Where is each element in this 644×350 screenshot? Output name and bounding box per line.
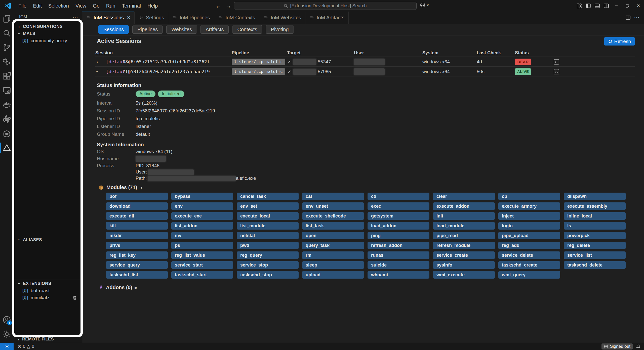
module-button[interactable]: sysinfo — [433, 261, 495, 269]
module-button[interactable]: execute_addon — [433, 202, 495, 210]
module-button[interactable]: service_query — [106, 261, 168, 269]
module-button[interactable]: service_list — [564, 251, 626, 259]
module-button[interactable]: reg_delete — [564, 242, 626, 249]
module-button[interactable]: mv — [171, 232, 233, 239]
module-button[interactable]: netstat — [237, 232, 299, 239]
toggle-sidebar-right-icon[interactable] — [602, 0, 611, 12]
menu-view[interactable]: View — [72, 0, 90, 12]
module-button[interactable]: refresh_addon — [368, 242, 429, 249]
module-button[interactable]: service_create — [433, 251, 495, 259]
pill-sessions[interactable]: Sessions — [98, 25, 129, 34]
notifications-bell-icon[interactable] — [636, 344, 640, 349]
module-button[interactable]: list_module — [237, 222, 299, 230]
robot-icon[interactable] — [0, 126, 14, 141]
module-button[interactable]: execute_dll — [106, 212, 168, 220]
tab-settings[interactable]: Settings — [135, 12, 168, 24]
module-button[interactable]: bof — [106, 193, 168, 200]
module-button[interactable]: reg_add — [498, 242, 560, 249]
pill-pipelines[interactable]: Pipelines — [132, 25, 163, 34]
docker-icon[interactable] — [0, 98, 14, 112]
remote-explorer-icon[interactable] — [0, 83, 14, 98]
module-button[interactable]: getsystem — [368, 212, 429, 220]
iom-extension-icon[interactable] — [0, 141, 14, 155]
module-button[interactable]: query_task — [302, 242, 364, 249]
forward-arrow-icon[interactable]: → — [225, 0, 231, 12]
toggle-sidebar-left-icon[interactable] — [584, 0, 593, 12]
pill-artifacts[interactable]: Artifacts — [200, 25, 229, 34]
module-button[interactable]: cancel_task — [237, 193, 299, 200]
menu-file[interactable]: File — [15, 0, 30, 12]
sidebar-item-community-proxy[interactable]: [@] community-proxy — [14, 37, 80, 44]
close-window-button[interactable]: × — [633, 0, 644, 12]
module-button[interactable]: reg_query — [237, 251, 299, 259]
module-button[interactable]: pipe_read — [433, 232, 495, 239]
module-button[interactable]: env_unset — [302, 202, 364, 210]
search-input[interactable]: [Extension Development Host] Search — [234, 2, 417, 10]
sidebar-section-mals[interactable]: › MALS — [14, 30, 80, 37]
table-row[interactable]: › [default] 08d6c05a21512a79a1dfeb9d2a8f… — [95, 57, 635, 67]
expand-triangle-icon[interactable]: ▶ — [135, 286, 137, 290]
module-button[interactable]: init — [433, 212, 495, 220]
module-button[interactable]: sleep — [302, 261, 364, 269]
restore-button[interactable] — [622, 0, 633, 12]
module-button[interactable]: taskschd_list — [106, 271, 168, 279]
tab-iom-contexts[interactable]: IoM Contexts — [214, 12, 259, 24]
sidebar-item-mimikatz[interactable]: [@] mimikatz — [14, 294, 80, 301]
explorer-icon[interactable] — [0, 12, 14, 26]
minimize-button[interactable]: − — [611, 0, 622, 12]
expand-chevron-icon[interactable]: › — [96, 57, 98, 67]
module-button[interactable]: mkdir — [106, 232, 168, 239]
module-button[interactable]: list_task — [302, 222, 364, 230]
menu-run[interactable]: Run — [103, 0, 119, 12]
module-button[interactable]: upload — [302, 271, 364, 279]
module-button[interactable]: taskschd_delete — [564, 261, 626, 269]
module-button[interactable]: execute_exe — [171, 212, 233, 220]
accounts-icon[interactable]: 1 — [0, 313, 14, 327]
module-button[interactable]: open — [302, 232, 364, 239]
module-button[interactable]: taskschd_stop — [237, 271, 299, 279]
module-button[interactable]: pipe_upload — [498, 232, 560, 239]
module-button[interactable]: env — [171, 202, 233, 210]
open-terminal-button[interactable] — [553, 67, 560, 76]
module-button[interactable]: taskschd_create — [498, 261, 560, 269]
module-button[interactable]: clear — [433, 193, 495, 200]
modules-header[interactable]: Modules (71) ▼ — [98, 185, 143, 190]
collapse-chevron-icon[interactable]: › — [96, 67, 98, 76]
module-button[interactable]: inject — [498, 212, 560, 220]
module-button[interactable]: execute_local — [237, 212, 299, 220]
addons-header[interactable]: Addons (0) ▶ — [98, 285, 137, 290]
module-button[interactable]: pwd — [237, 242, 299, 249]
sidebar-section-aliases[interactable]: › ALIASES — [14, 237, 80, 243]
module-button[interactable]: ps — [171, 242, 233, 249]
module-button[interactable]: list_addon — [171, 222, 233, 230]
tab-iom-websites[interactable]: IoM Websites — [259, 12, 305, 24]
menu-edit[interactable]: Edit — [30, 0, 45, 12]
tab-iom-pipelines[interactable]: IoM Pipelines — [168, 12, 214, 24]
module-button[interactable]: runas — [368, 251, 429, 259]
module-button[interactable]: refresh_module — [433, 242, 495, 249]
module-button[interactable]: wmi_execute — [433, 271, 495, 279]
module-button[interactable]: ping — [368, 232, 429, 239]
module-button[interactable]: execute_armory — [498, 202, 560, 210]
module-button[interactable]: bypass — [171, 193, 233, 200]
signed-out-button[interactable]: Signed out — [601, 343, 633, 349]
toggle-panel-icon[interactable] — [593, 0, 602, 12]
module-button[interactable]: ls — [564, 222, 626, 230]
module-button[interactable]: reg_list_key — [106, 251, 168, 259]
module-button[interactable]: env_set — [237, 202, 299, 210]
module-button[interactable]: reg_list_value — [171, 251, 233, 259]
module-button[interactable]: service_stop — [237, 261, 299, 269]
module-button[interactable]: taskschd_start — [171, 271, 233, 279]
module-button[interactable]: cd — [368, 193, 429, 200]
sidebar-section-extensions[interactable]: › EXTENSIONS — [14, 280, 80, 287]
python-icon[interactable] — [0, 112, 14, 126]
table-row[interactable]: › [default] 7fb58f2646970a26fd26f237dc5a… — [95, 67, 635, 76]
pill-contexts[interactable]: Contexts — [232, 25, 262, 34]
refresh-button[interactable]: ↻ Refresh — [604, 37, 635, 46]
module-button[interactable]: login — [498, 222, 560, 230]
search-sidebar-icon[interactable] — [0, 26, 14, 40]
module-button[interactable]: privs — [106, 242, 168, 249]
module-button[interactable]: kill — [106, 222, 168, 230]
module-button[interactable]: load_module — [433, 222, 495, 230]
module-button[interactable]: suicide — [368, 261, 429, 269]
